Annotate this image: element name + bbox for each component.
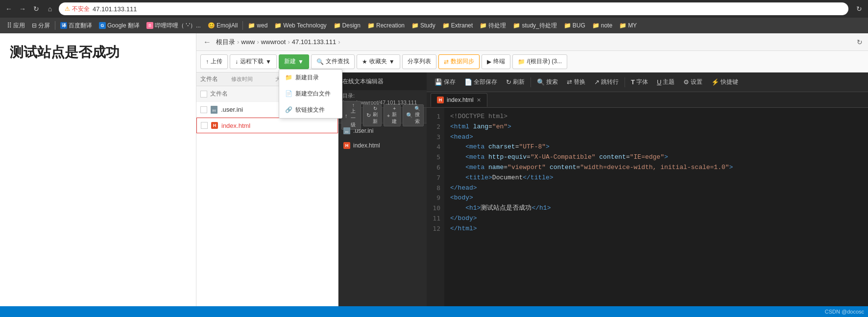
new-folder-item[interactable]: 📁 新建目录	[279, 70, 342, 86]
new-symlink-icon: 🔗	[285, 106, 292, 113]
editor-divider-1	[530, 77, 531, 87]
code-line-5: <meta http-equiv="X-UA-Compatible" conte…	[450, 152, 862, 163]
fenpin-icon: ⊟	[32, 22, 37, 29]
editor-font-button[interactable]: T 字体	[627, 75, 652, 89]
new-button[interactable]: 新建 ▼	[279, 54, 309, 69]
design-folder-icon: 📁	[334, 22, 341, 29]
forward-button[interactable]: →	[18, 4, 27, 14]
breadcrumb-sep-3: ›	[288, 38, 289, 46]
bookmark-pending[interactable]: 📁 待处理	[477, 20, 509, 31]
editor-theme-icon: U	[657, 78, 661, 86]
code-editor[interactable]: <!DOCTYPE html> <html lang="en"> <head> …	[444, 108, 868, 306]
remote-download-button[interactable]: ↓ 远程下载 ▼	[230, 54, 277, 69]
breadcrumb-wwwroot[interactable]: wwwroot	[261, 38, 286, 46]
terminal-icon: ▶	[487, 58, 491, 65]
share-list-button[interactable]: 分享列表	[402, 54, 436, 69]
address-refresh-button[interactable]: ↻	[854, 4, 864, 14]
editor-theme-button[interactable]: U 主题	[653, 75, 678, 89]
code-line-10: <h1>测试站点是否成功</h1>	[450, 203, 862, 214]
file-icon-index-html: H	[211, 122, 218, 129]
file-checkbox-index-html[interactable]	[201, 122, 208, 129]
editor-replace-button[interactable]: ⇄ 替换	[563, 75, 589, 89]
bookmark-recreation[interactable]: 📁 Recreation	[364, 21, 408, 30]
find-file-button[interactable]: 🔍 文件查找	[311, 54, 355, 69]
bookmark-extranet[interactable]: 📁 Extranet	[439, 21, 476, 30]
google-trans-icon: G	[99, 22, 106, 29]
tree-html-icon-index: H	[343, 142, 350, 149]
new-dropdown-menu: 📁 新建目录 📄 新建空白文件 🔗 软链接文件	[279, 69, 342, 119]
tree-file-row-index-html[interactable]: H index.html	[338, 138, 427, 153]
ftp-path-refresh-button[interactable]: ↻	[855, 37, 864, 48]
tab-html-icon: H	[437, 97, 444, 103]
ftp-path-back[interactable]: ←	[200, 37, 214, 48]
editor-jump-button[interactable]: ↗ 跳转行	[590, 75, 623, 89]
upload-icon: ↑	[206, 58, 209, 65]
upload-button[interactable]: ↑ 上传	[200, 54, 228, 69]
editor-settings-icon: ⚙	[683, 78, 689, 86]
address-input-display[interactable]: ⚠ 不安全 47.101.133.111	[59, 2, 848, 15]
breadcrumb-www[interactable]: www	[241, 38, 255, 46]
bookmark-webtech[interactable]: 📁 Web Technology	[271, 21, 329, 30]
breadcrumb-sep-4: ›	[338, 38, 340, 46]
bookmark-design[interactable]: 📁 Design	[331, 21, 363, 30]
back-button[interactable]: ←	[4, 4, 14, 14]
new-arrow-icon: ▼	[298, 58, 304, 65]
extranet-folder-icon: 📁	[442, 22, 450, 29]
favorites-button[interactable]: ★ 收藏夹 ▼	[357, 54, 400, 69]
tab-index-html[interactable]: H index.html ✕	[431, 93, 487, 107]
study-folder-icon: 📁	[411, 22, 419, 29]
code-line-12: </html>	[450, 224, 862, 234]
editor-search-button[interactable]: 🔍 搜索	[533, 75, 562, 89]
tab-close-button[interactable]: ✕	[477, 97, 481, 103]
tree-file-row-user-ini[interactable]: ini .user.ini	[338, 123, 427, 138]
sync-button[interactable]: ⇄ 数据同步	[438, 54, 480, 69]
editor-save-all-button[interactable]: 📄 全部保存	[460, 75, 501, 89]
code-line-11: </body>	[450, 214, 862, 224]
breadcrumb-root[interactable]: 根目录	[216, 38, 235, 47]
select-all-checkbox[interactable]	[200, 91, 207, 98]
bookmark-wed[interactable]: 📁 wed	[245, 21, 270, 30]
bookmark-fenpin[interactable]: ⊟ 分屏	[29, 20, 53, 31]
security-label: 不安全	[72, 5, 90, 13]
root-dir-button[interactable]: 📁 /(根目录) (3...	[512, 54, 567, 69]
code-line-4: <meta charset="UTF-8">	[450, 142, 862, 152]
editor-refresh-button[interactable]: ↻ 刷新	[502, 75, 529, 89]
tree-toolbar: ↑ ↑ 上一级 ↻ ↻ 刷新 + + 新建 🔍	[338, 108, 427, 123]
ftp-breadcrumb: 根目录 › www › wwwroot › 47.101.133.111 ›	[216, 38, 853, 47]
terminal-button[interactable]: ▶ 终端	[482, 54, 510, 69]
bookmark-google-trans[interactable]: G Google 翻译	[96, 20, 143, 31]
code-line-6: <meta name="viewport" content="width=dev…	[450, 163, 862, 173]
ftp-panel: ← 根目录 › www › wwwroot › 47.101.133.111 ›…	[196, 33, 868, 306]
bookmark-my[interactable]: 📁 MY	[616, 21, 640, 30]
bookmark-apps[interactable]: ⠿ 应用	[4, 20, 28, 31]
refresh-button[interactable]: ↻	[31, 4, 41, 14]
tree-search-icon: 🔍	[406, 112, 413, 119]
save-all-icon: 📄	[464, 78, 472, 86]
editor-toolbar: 💾 保存 📄 全部保存 ↻ 刷新 🔍	[427, 73, 868, 92]
editor-save-button[interactable]: 💾 保存	[431, 75, 459, 89]
tree-file-list: ini .user.ini H index.html	[338, 123, 427, 306]
bookmark-study[interactable]: 📁 Study	[409, 21, 438, 30]
apps-icon: ⠿	[7, 22, 12, 29]
bookmark-bilibili[interactable]: B 哔哩哔哩（ '-'）...	[144, 20, 204, 31]
ftp-path-bar: ← 根目录 › www › wwwroot › 47.101.133.111 ›…	[196, 33, 868, 51]
home-button[interactable]: ⌂	[45, 4, 55, 14]
breadcrumb-ip[interactable]: 47.101.133.111	[292, 38, 336, 46]
bookmark-study-pending[interactable]: 📁 study_待处理	[510, 20, 559, 31]
bookmark-emojiall[interactable]: 😊 EmojiAll	[205, 21, 241, 30]
tree-new-icon: +	[387, 113, 390, 119]
bookmark-note[interactable]: 📁 note	[589, 21, 615, 30]
new-file-item[interactable]: 📄 新建空白文件	[279, 86, 342, 102]
bookmark-bug[interactable]: 📁 BUG	[561, 21, 588, 30]
breadcrumb-sep-1: ›	[237, 38, 239, 46]
find-icon: 🔍	[316, 58, 324, 65]
tree-header-label: 在线文本编辑器	[342, 77, 384, 86]
new-symlink-item[interactable]: 🔗 软链接文件	[279, 102, 342, 118]
file-row-index-html[interactable]: H index.html	[196, 118, 338, 133]
new-dropdown-container: 新建 ▼ 📁 新建目录 📄 新建空白文件	[279, 54, 309, 69]
bookmark-baidu-trans[interactable]: 译 百度翻译	[57, 20, 95, 31]
tree-file-icon-user-ini: ini	[343, 127, 350, 134]
editor-settings-button[interactable]: ⚙ 设置	[679, 75, 706, 89]
editor-shortcuts-button[interactable]: ⚡ 快捷键	[707, 75, 742, 89]
file-checkbox-user-ini[interactable]	[200, 106, 207, 113]
